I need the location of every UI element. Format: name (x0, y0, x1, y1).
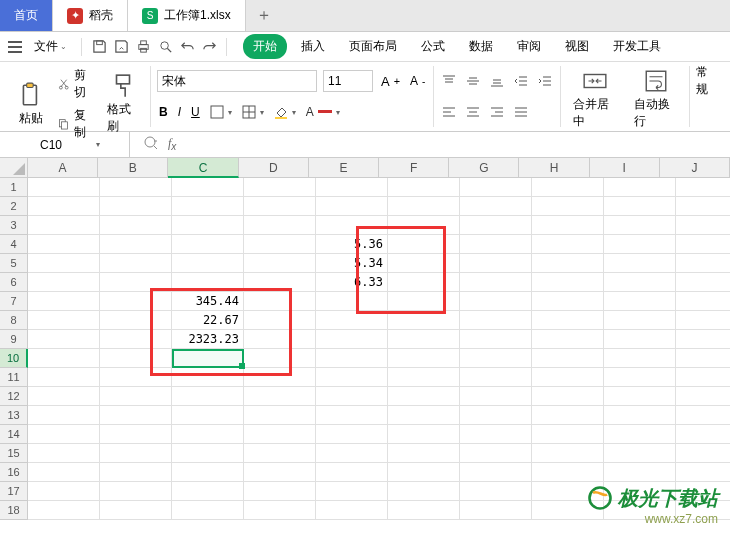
cell-A9[interactable] (28, 330, 100, 349)
tab-add-button[interactable]: ＋ (246, 0, 282, 31)
cell-B3[interactable] (100, 216, 172, 235)
row-header-1[interactable]: 1 (0, 178, 28, 197)
cell-D6[interactable] (244, 273, 316, 292)
cell-I15[interactable] (604, 444, 676, 463)
cell-J1[interactable] (676, 178, 730, 197)
cell-I12[interactable] (604, 387, 676, 406)
row-header-4[interactable]: 4 (0, 235, 28, 254)
name-box-input[interactable] (6, 138, 96, 152)
cell-C17[interactable] (172, 482, 244, 501)
tab-daoke[interactable]: ✦ 稻壳 (53, 0, 128, 31)
cell-I13[interactable] (604, 406, 676, 425)
row-header-5[interactable]: 5 (0, 254, 28, 273)
cell-E11[interactable] (316, 368, 388, 387)
cell-I14[interactable] (604, 425, 676, 444)
cell-J3[interactable] (676, 216, 730, 235)
cell-D8[interactable] (244, 311, 316, 330)
app-menu-icon[interactable] (6, 38, 24, 56)
col-header-C[interactable]: C (168, 158, 238, 178)
cell-B10[interactable] (100, 349, 172, 368)
cell-B2[interactable] (100, 197, 172, 216)
row-header-16[interactable]: 16 (0, 463, 28, 482)
cell-G9[interactable] (460, 330, 532, 349)
cell-E15[interactable] (316, 444, 388, 463)
cell-I5[interactable] (604, 254, 676, 273)
cell-B18[interactable] (100, 501, 172, 520)
justify-button[interactable] (512, 104, 530, 120)
row-header-9[interactable]: 9 (0, 330, 28, 349)
chevron-down-icon[interactable]: ▾ (96, 140, 100, 149)
number-format-label[interactable]: 常规 (696, 64, 718, 98)
cell-J14[interactable] (676, 425, 730, 444)
cell-C5[interactable] (172, 254, 244, 273)
cell-F8[interactable] (388, 311, 460, 330)
cell-B5[interactable] (100, 254, 172, 273)
align-right-button[interactable] (488, 104, 506, 120)
cell-G14[interactable] (460, 425, 532, 444)
cell-A1[interactable] (28, 178, 100, 197)
cell-F11[interactable] (388, 368, 460, 387)
cell-H7[interactable] (532, 292, 604, 311)
cell-J10[interactable] (676, 349, 730, 368)
cell-G5[interactable] (460, 254, 532, 273)
underline-button[interactable]: U (189, 104, 202, 120)
col-header-D[interactable]: D (239, 158, 309, 178)
cell-B4[interactable] (100, 235, 172, 254)
cell-C3[interactable] (172, 216, 244, 235)
cell-F2[interactable] (388, 197, 460, 216)
print-icon[interactable] (134, 38, 152, 56)
cell-I10[interactable] (604, 349, 676, 368)
fill-border-button[interactable]: ▾ (240, 104, 266, 120)
cell-C6[interactable] (172, 273, 244, 292)
row-header-8[interactable]: 8 (0, 311, 28, 330)
ribbon-tab-insert[interactable]: 插入 (291, 34, 335, 59)
cell-D10[interactable] (244, 349, 316, 368)
cell-D2[interactable] (244, 197, 316, 216)
cell-E1[interactable] (316, 178, 388, 197)
cell-D14[interactable] (244, 425, 316, 444)
cell-H16[interactable] (532, 463, 604, 482)
cell-A6[interactable] (28, 273, 100, 292)
merge-center-button[interactable]: 合并居中 (567, 66, 622, 132)
cell-E12[interactable] (316, 387, 388, 406)
fill-color-button[interactable]: ▾ (272, 104, 298, 120)
cell-E5[interactable]: 5.34 (316, 254, 388, 273)
cell-H1[interactable] (532, 178, 604, 197)
decrease-font-button[interactable]: A- (408, 73, 427, 89)
cell-G2[interactable] (460, 197, 532, 216)
cell-D18[interactable] (244, 501, 316, 520)
cell-D16[interactable] (244, 463, 316, 482)
cell-H3[interactable] (532, 216, 604, 235)
cell-D12[interactable] (244, 387, 316, 406)
cell-J16[interactable] (676, 463, 730, 482)
ribbon-tab-layout[interactable]: 页面布局 (339, 34, 407, 59)
fx-icon[interactable]: fx (168, 136, 176, 152)
row-header-18[interactable]: 18 (0, 501, 28, 520)
cell-D9[interactable] (244, 330, 316, 349)
cell-H4[interactable] (532, 235, 604, 254)
cell-F9[interactable] (388, 330, 460, 349)
cell-G7[interactable] (460, 292, 532, 311)
cell-C1[interactable] (172, 178, 244, 197)
cell-D15[interactable] (244, 444, 316, 463)
cell-I6[interactable] (604, 273, 676, 292)
row-header-14[interactable]: 14 (0, 425, 28, 444)
cell-E10[interactable] (316, 349, 388, 368)
cell-C14[interactable] (172, 425, 244, 444)
align-center-button[interactable] (464, 104, 482, 120)
cell-C10[interactable] (172, 349, 244, 368)
cell-B1[interactable] (100, 178, 172, 197)
select-all-corner[interactable] (0, 158, 28, 178)
cell-E3[interactable] (316, 216, 388, 235)
cell-F16[interactable] (388, 463, 460, 482)
cell-E6[interactable]: 6.33 (316, 273, 388, 292)
col-header-J[interactable]: J (660, 158, 730, 178)
cell-B16[interactable] (100, 463, 172, 482)
cell-C13[interactable] (172, 406, 244, 425)
cell-F17[interactable] (388, 482, 460, 501)
col-header-A[interactable]: A (28, 158, 98, 178)
row-header-11[interactable]: 11 (0, 368, 28, 387)
cell-G8[interactable] (460, 311, 532, 330)
cell-J9[interactable] (676, 330, 730, 349)
font-name-select[interactable] (157, 70, 317, 92)
